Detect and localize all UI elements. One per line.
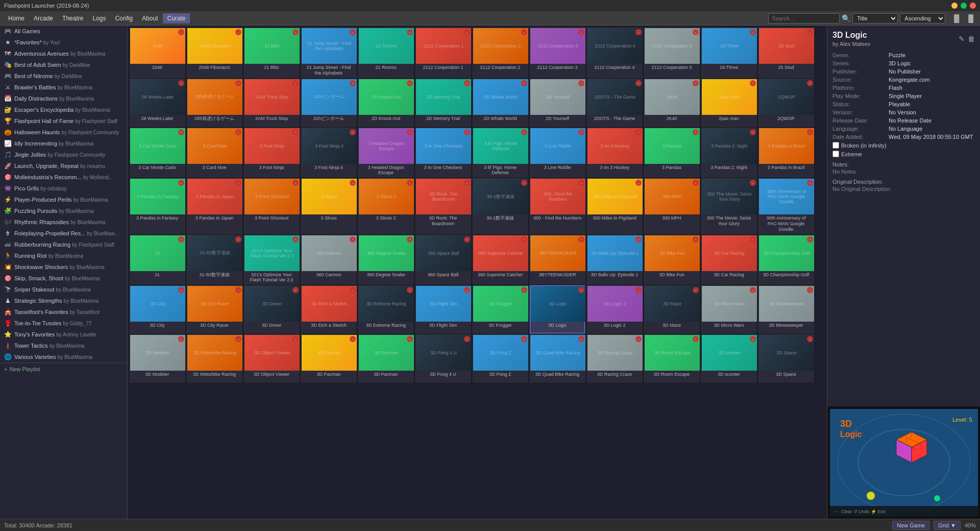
game-tile[interactable]: 3 Slices - 3 Slices (301, 178, 356, 233)
game-tile[interactable]: 2112 Cooperation 4 - 2112 Cooperation 4 (587, 28, 642, 78)
sidebar-item-various-varieties[interactable]: 🌐 Various Varieties by BlueMaxima (0, 351, 127, 363)
game-tile[interactable]: 3D Rock: The Boardroom - 3D Rock: The Bo… (415, 178, 471, 233)
sidebar-item-favorites[interactable]: ★ *Favorites* by You! (0, 37, 127, 48)
sidebar-item-brawlers-battles[interactable]: ⚔ Brawler's Battles by BlueMaxima (0, 82, 127, 93)
game-tile[interactable]: 3 Pandas - 3 Pandas (644, 128, 699, 178)
game-tile[interactable]: 3D scooter - 3D scooter (701, 334, 756, 382)
game-tile[interactable]: 360 Cannon - 360 Cannon (301, 235, 356, 285)
game-tile[interactable]: 3D Quad Bike Racing - 3D Quad Bike Racin… (530, 334, 585, 382)
game-tile[interactable]: 24:Three - 24:Three (701, 28, 756, 78)
sort-field-select[interactable]: Title Date Added Genre (852, 13, 898, 23)
game-tile[interactable]: 2K40 - 2K40 (644, 79, 699, 127)
game-tile[interactable]: 3D City Racer - 3D City Racer (187, 285, 242, 333)
game-tile[interactable]: 3D Frogger - 3D Frogger (473, 285, 528, 333)
sidebar-item-rubberburning-racing[interactable]: 🏎 Rubberburning Racing by Flashpoint Sta… (0, 239, 127, 250)
sidebar-item-pico-gr8s[interactable]: 👾 Pico Gr8s by oshaboy (0, 183, 127, 194)
sidebar-item-puzzling-pursuits[interactable]: 🧩 Puzzling Pursuits by BlueMaxima (0, 205, 127, 216)
game-tile[interactable]: 3D Object Viewer - 3D Object Viewer (244, 334, 299, 382)
game-tile[interactable]: 360 Supreme Catcher - 360 Supreme Catche… (473, 235, 528, 285)
game-tile[interactable]: 3D Pong 4 U - 3D Pong 4 U (415, 334, 471, 382)
game-tile[interactable]: 2D Memory Trial - 2D Memory Trial (415, 79, 471, 127)
game-tile[interactable]: 3D Car Racing - 3D Car Racing (701, 235, 756, 285)
game-tile[interactable]: 3D Pacman - 3D Pacman (301, 334, 356, 382)
game-tile[interactable]: 3D Bike Fun - 3D Bike Fun (644, 235, 699, 285)
extreme-checkbox[interactable] (832, 151, 839, 157)
menu-about[interactable]: About (138, 13, 162, 23)
sidebar-item-halloween-haunts[interactable]: 🎃 Halloween Haunts by Flashpoint Communi… (0, 127, 127, 138)
sidebar-item-player-produced-perils[interactable]: ⚡ Player-Produced Perils by BlueMaxima (0, 194, 127, 205)
detail-edit-icon[interactable]: ✎ (959, 35, 965, 43)
menu-arcade[interactable]: Arcade (30, 13, 57, 23)
game-tile[interactable]: 3 lil' Pigs: Home Defense - 3 lil' Pigs:… (473, 128, 528, 178)
game-tile[interactable]: 2QWOP - 2QWOP (758, 79, 814, 127)
game-tile[interactable]: 2048 - 2048 (130, 28, 185, 78)
game-tile[interactable]: 321's Optimize Your Flash Tutorial Ver 2… (244, 235, 299, 285)
sidebar-item-escapers-encyclopedia[interactable]: 🔐 Escaper's Encyclopedia by BlueMaxima (0, 104, 127, 115)
new-playlist-button[interactable]: + New Playlist (0, 363, 127, 375)
game-tile[interactable]: 2AM Truck Stop - 2AM Truck Stop (244, 79, 299, 127)
game-tile[interactable]: 3 Foot Ninja II - 3 Foot Ninja II (301, 128, 356, 178)
sidebar-item-sniper-stakeout[interactable]: 🔭 Sniper Stakeout by BlueMaxima (0, 284, 127, 295)
game-tile[interactable]: 3D Etch a Sketch - 3D Etch a Sketch (301, 285, 356, 333)
game-tile[interactable]: 3 In One Checkers - 3 In One Checkers (415, 128, 471, 178)
sidebar-item-toe-to-toe-tussles[interactable]: 🥊 Toe-to-Toe Tussles by Giddy_77 (0, 318, 127, 329)
game-tile[interactable]: 3D Minesweeper - 3D Minesweeper (758, 285, 814, 333)
sidebar-item-strategic-strengths[interactable]: ♟ Strategic Strengths by BlueMaxima (0, 295, 127, 306)
menu-curate[interactable]: Curate (163, 13, 189, 23)
game-tile[interactable]: 3 Pandas in Japan - 3 Pandas in Japan (187, 178, 242, 233)
game-tile[interactable]: 3 Pandas in Fantasy - 3 Pandas in Fantas… (130, 178, 185, 233)
game-tile[interactable]: 2D Whale World - 2D Whale World (473, 79, 528, 127)
game-tile[interactable]: 360 Space Ball - 360 Space Ball (415, 235, 471, 285)
detail-delete-icon[interactable]: 🗑 (968, 35, 975, 43)
game-tile[interactable]: 3 Line Riddle - 3 Line Riddle (530, 128, 585, 178)
game-tile[interactable]: 3D Racing Craze - 3D Racing Craze (587, 334, 642, 382)
game-tile[interactable]: 31 - 31 (130, 235, 185, 285)
broken-checkbox[interactable] (832, 142, 839, 149)
game-tile[interactable]: 3D Driver - 3D Driver (244, 285, 299, 333)
game-tile[interactable]: 360 Degree Snake - 360 Degree Snake (358, 235, 413, 285)
minimize-button[interactable] (951, 3, 958, 9)
game-tile[interactable]: 3D Pong Z - 3D Pong Z (473, 334, 528, 382)
sidebar-item-running-riot[interactable]: 🏃 Running Riot by BlueMaxima (0, 250, 127, 261)
game-tile[interactable]: 3 Headed Dragon Escape - 3 Headed Dragon… (358, 128, 413, 178)
game-tile[interactable]: 3D Modeler - 3D Modeler (130, 334, 185, 382)
sidebar-item-daily-distractions[interactable]: 📅 Daily Distractions by BlueMaxima (0, 93, 127, 104)
game-tile[interactable]: 3D Flight Sim - 3D Flight Sim (415, 285, 471, 333)
sidebar-item-idly-incrementing[interactable]: 📈 Idly Incrementing by BlueMaxima (0, 138, 127, 149)
sidebar-item-flashpoint-hall-of-fame[interactable]: 🏆 Flashpoint Hall of Fame by Flashpoint … (0, 115, 127, 127)
game-tile[interactable]: 2112 Cooperation 1 - 2112 Cooperation 1 (415, 28, 471, 78)
game-tile[interactable]: 2chビンボール - 2chビンボール (301, 79, 356, 127)
game-tile[interactable]: 3D Maze - 3D Maze (644, 285, 699, 333)
game-tile[interactable]: 30-1数字連線 - 30-1数字連線 (473, 178, 528, 233)
game-tile[interactable]: 3D Championship Golf - 3D Championship G… (758, 235, 814, 285)
game-tile[interactable]: 3D Logic 2 - 3D Logic 2 (587, 285, 642, 333)
sidebar-item-rhythmic-rhapsodies[interactable]: 🎶 Rhythmic Rhapsodies by BlueMaxima (0, 216, 127, 228)
game-tile[interactable]: 3D City - 3D City (130, 285, 185, 333)
menu-home[interactable]: Home (4, 13, 29, 23)
game-tile[interactable]: 31-50数字連線 - 31-50数字連線 (187, 235, 242, 285)
grid-button[interactable]: Grid ▼ (934, 521, 961, 530)
game-tile[interactable]: 21 Blitz - 21 Blitz (244, 28, 299, 78)
game-tile[interactable]: 300 Miles to Pigsland - 300 Miles to Pig… (587, 178, 642, 233)
game-tile[interactable]: 3D Micro Wars - 3D Micro Wars (701, 285, 756, 333)
game-tile[interactable]: 3D Pacman - 3D Pacman (358, 334, 413, 382)
game-tile[interactable]: 3 Point Shootout - 3 Point Shootout (244, 178, 299, 233)
game-tile[interactable]: 300 MPH - 300 MPH (644, 178, 699, 233)
game-tile[interactable]: 3D Logic - 3D Logic (530, 285, 585, 333)
sidebar-item-skip-smack-shoot[interactable]: 🎯 Skip, Smack, Shoot by BlueMaxima (0, 273, 127, 284)
game-tile[interactable]: 3 Pandas in Brazil - 3 Pandas in Brazil (758, 128, 814, 178)
game-tile[interactable]: 25 Stud - 25 Stud (758, 28, 814, 78)
sort-order-select[interactable]: Ascending Descending (900, 13, 945, 23)
sidebar-item-tower-tactics[interactable]: 🗼 Tower Tactics by BlueMaxima (0, 340, 127, 351)
game-tile[interactable]: 3 Pandas 2: Night - 3 Pandas 2: Night (701, 128, 756, 178)
game-tile[interactable]: 3 on 3 Hockey - 3 on 3 Hockey (587, 128, 642, 178)
sidebar-item-roleplaying-propelled[interactable]: 🗡 Roleplaying-Propelled Res... by BlueMa… (0, 228, 127, 239)
menu-logs[interactable]: Logs (88, 13, 110, 23)
sidebar-item-tonys-favorites[interactable]: ⭐ Tony's Favorites by Antony Lavelle (0, 329, 127, 340)
game-tile[interactable]: 285発遅けるゲーム - 285発遅けるゲーム (187, 79, 242, 127)
sidebar-item-shockwave-shockers[interactable]: 💥 Shockwave Shockers by BlueMaxima (0, 261, 127, 273)
game-tile[interactable]: 3D Extreme Racing - 3D Extreme Racing (358, 285, 413, 333)
maximize-button[interactable] (961, 3, 967, 9)
game-tile[interactable]: 2048 Fibonacci - 2048 Fibonacci (187, 28, 242, 78)
game-tile[interactable]: 2D Knock-Out - 2D Knock-Out (358, 79, 413, 127)
